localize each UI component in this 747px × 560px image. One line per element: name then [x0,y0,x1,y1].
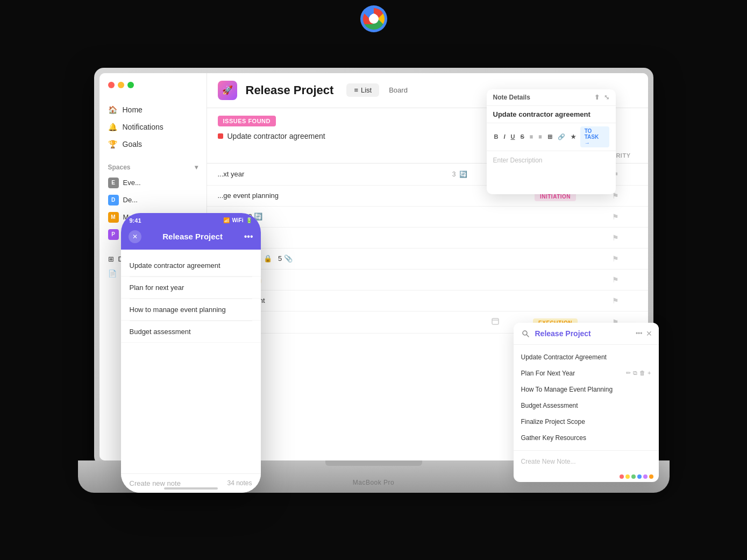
note-details-popup: Note Details ⬆ ⤡ Update contractor agree… [487,89,616,194]
svg-point-2 [369,14,379,24]
space-badge-p: P [108,229,119,240]
tab-board-view[interactable]: Board [381,83,415,97]
bell-icon: 🔔 [108,123,117,131]
color-dot-yellow [625,474,630,479]
space-d[interactable]: D De... [99,192,207,209]
strikethrough-button[interactable]: S [519,133,525,140]
chevron-icon: ▾ [195,164,198,171]
svg-point-7 [523,331,527,335]
color-dot-blue [637,474,642,479]
note-header-actions: ⬆ ⤡ [594,94,609,101]
issue-dot [218,133,223,139]
expand-icon[interactable]: ⤡ [604,94,609,101]
docs-icon: 📄 [108,270,117,278]
popup-search-icon[interactable] [520,328,531,339]
table-row[interactable]: ...ct scope ⚑ [207,228,648,249]
note-details-header: Note Details ⬆ ⤡ [487,89,616,106]
release-note-item[interactable]: Update Contractor Agreement [514,349,659,365]
release-footer: Create New Note... [514,450,659,471]
calendar-icon [491,317,500,325]
italic-button[interactable]: I [502,133,506,140]
share-icon[interactable]: ⬆ [594,94,600,101]
tab-list-view[interactable]: ≡ List [346,83,379,97]
project-title: Release Project [246,83,334,97]
phone-note-item[interactable]: Budget assessment [121,321,261,343]
phone-footer: Create new note 34 notes [121,473,261,493]
phone-note-item[interactable]: Plan for next year [121,277,261,299]
release-popup-header: Release Project ••• ✕ [514,323,659,345]
tab-list: ≡ List Board [346,83,415,97]
project-icon: 🚀 [218,81,237,100]
bold-button[interactable]: B [493,133,500,140]
sidebar-item-home[interactable]: 🏠 Home [99,101,207,118]
space-e[interactable]: E Eve... [99,174,207,192]
bullet-list-button[interactable]: ≡ [529,133,534,140]
release-popup-content: Update Contractor Agreement Plan For Nex… [514,345,659,450]
create-note-input[interactable]: Create New Note... [521,458,576,465]
home-icon: 🏠 [108,105,117,114]
minimize-dot[interactable] [118,82,124,88]
sidebar-item-label: Home [123,105,143,114]
popup-close-icon[interactable]: ✕ [646,329,652,338]
release-note-actions: ✏ ⧉ 🗑 + [626,370,651,377]
phone-header: ✕ Release Project ••• [121,226,261,250]
release-note-item[interactable]: Finalize Project Scope [514,414,659,430]
delete-icon[interactable]: 🗑 [639,370,645,377]
color-dot-orange [649,474,653,479]
trophy-icon: 🏆 [108,140,117,148]
macbook-label: MacBook Pro [353,479,395,486]
table-row[interactable]: ...cation +2 🔒 ⚑ [207,270,648,290]
phone-project-title: Release Project [162,232,223,241]
phone-signal: 📶 WiFi 🔋 [223,217,252,223]
star-button[interactable]: ★ [570,133,577,141]
sidebar-item-label: Goals [123,140,143,148]
popup-more-icon[interactable]: ••• [636,330,643,337]
release-note-item[interactable]: Budget Assessment [514,398,659,414]
release-popup: Release Project ••• ✕ Update Contractor … [514,323,659,482]
release-note-item[interactable]: How To Manage Event Planning [514,381,659,398]
table-button[interactable]: ⊞ [546,133,553,141]
priority-icon: ⚑ [612,233,619,242]
laptop-hinge [325,460,422,466]
add-icon[interactable]: + [648,370,651,377]
copy-icon[interactable]: ⧉ [633,370,637,377]
color-dot-red [620,474,624,479]
to-task-button[interactable]: TO TASK → [580,126,609,147]
underline-button[interactable]: U [510,133,516,140]
sidebar-item-label: Notifications [123,123,163,131]
close-dot[interactable] [108,82,115,88]
phone-note-item[interactable]: How to manage event planning [121,299,261,321]
sidebar-item-notifications[interactable]: 🔔 Notifications [99,118,207,136]
fullscreen-dot[interactable] [127,82,134,88]
phone-status-bar: 9:41 📶 WiFi 🔋 [121,213,261,226]
dashboard-icon: ⊞ [108,255,114,263]
release-note-item[interactable]: Gather Key Resources [514,430,659,446]
svg-rect-5 [492,318,499,324]
link-button[interactable]: 🔗 [557,133,566,141]
list-icon: ≡ [354,86,358,94]
table-row[interactable]: ...or agreement ⚑ [207,290,648,311]
space-badge-d: D [108,195,119,205]
numbered-list-button[interactable]: ≡ [537,133,543,140]
phone-note-count: 34 notes [227,479,252,487]
sidebar-item-goals[interactable]: 🏆 Goals [99,136,207,153]
note-description[interactable]: Enter Description [487,151,616,194]
table-row[interactable]: ...sources +4 🔒 5 📎 ⚑ [207,249,648,270]
release-note-item[interactable]: Plan For Next Year ✏ ⧉ 🗑 + [514,365,659,381]
phone-note-item[interactable]: Update contractor agreement [121,255,261,277]
phone-create-note[interactable]: Create new note [130,479,181,487]
svg-line-8 [527,335,529,337]
edit-icon[interactable]: ✏ [626,370,631,377]
color-dot-purple [643,474,648,479]
color-dot-green [631,474,636,479]
traffic-lights [99,82,207,97]
space-badge-e: E [108,178,119,188]
phone-more-icon[interactable]: ••• [244,232,253,242]
table-row[interactable]: ...sment 3 🔄 ⚑ [207,207,648,228]
phone-close-button[interactable]: ✕ [129,230,141,243]
priority-icon: ⚑ [612,254,619,263]
color-bar [514,471,659,482]
release-popup-title: Release Project [535,329,631,338]
issues-badge: ISSUES FOUND [218,116,276,126]
release-popup-actions: ••• ✕ [636,329,652,338]
